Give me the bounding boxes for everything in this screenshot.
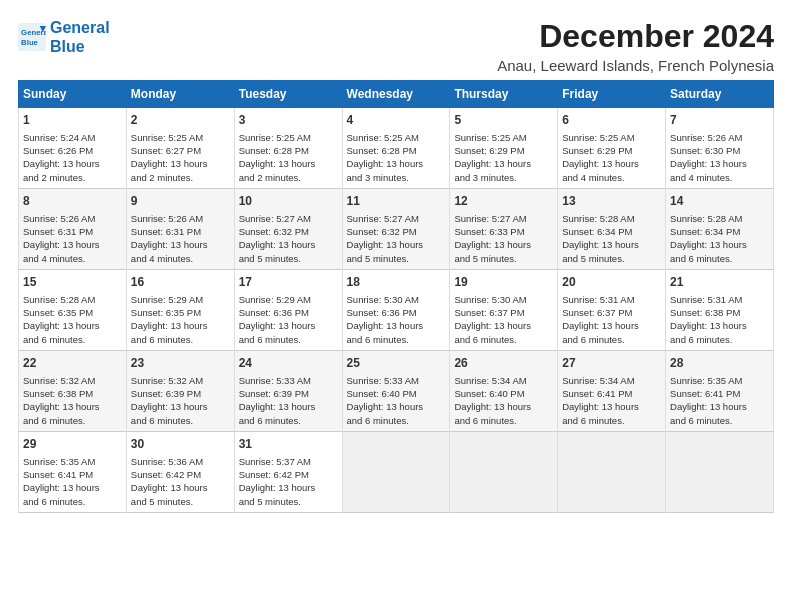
cell-line: Sunset: 6:28 PM [239, 144, 338, 157]
cell-line: Daylight: 13 hours [239, 481, 338, 494]
day-number: 18 [347, 274, 446, 291]
col-sunday: Sunday [19, 81, 127, 108]
cell-line: Daylight: 13 hours [562, 319, 661, 332]
cell-line: Sunset: 6:40 PM [454, 387, 553, 400]
calendar-cell: 5Sunrise: 5:25 AMSunset: 6:29 PMDaylight… [450, 108, 558, 189]
calendar-cell: 6Sunrise: 5:25 AMSunset: 6:29 PMDaylight… [558, 108, 666, 189]
cell-line: Sunrise: 5:30 AM [347, 293, 446, 306]
cell-line: Daylight: 13 hours [347, 400, 446, 413]
cell-line: Sunset: 6:30 PM [670, 144, 769, 157]
cell-line: Daylight: 13 hours [131, 238, 230, 251]
day-number: 29 [23, 436, 122, 453]
logo-line2: Blue [50, 38, 85, 55]
cell-line: Sunset: 6:40 PM [347, 387, 446, 400]
cell-line: Sunset: 6:38 PM [670, 306, 769, 319]
cell-line: Sunrise: 5:24 AM [23, 131, 122, 144]
calendar-body: 1Sunrise: 5:24 AMSunset: 6:26 PMDaylight… [19, 108, 774, 513]
cell-line: and 5 minutes. [239, 252, 338, 265]
logo-line1: General [50, 19, 110, 36]
calendar-week-3: 15Sunrise: 5:28 AMSunset: 6:35 PMDayligh… [19, 269, 774, 350]
cell-line: Daylight: 13 hours [562, 157, 661, 170]
cell-line: Sunrise: 5:31 AM [670, 293, 769, 306]
day-number: 8 [23, 193, 122, 210]
calendar-cell [666, 431, 774, 512]
col-monday: Monday [126, 81, 234, 108]
day-number: 27 [562, 355, 661, 372]
cell-line: and 2 minutes. [131, 171, 230, 184]
cell-line: Daylight: 13 hours [454, 319, 553, 332]
cell-line: Sunset: 6:42 PM [239, 468, 338, 481]
calendar-cell: 10Sunrise: 5:27 AMSunset: 6:32 PMDayligh… [234, 188, 342, 269]
day-number: 11 [347, 193, 446, 210]
cell-line: Daylight: 13 hours [23, 238, 122, 251]
day-number: 9 [131, 193, 230, 210]
header-row: Sunday Monday Tuesday Wednesday Thursday… [19, 81, 774, 108]
calendar-cell: 13Sunrise: 5:28 AMSunset: 6:34 PMDayligh… [558, 188, 666, 269]
cell-line: Sunset: 6:37 PM [454, 306, 553, 319]
cell-line: Daylight: 13 hours [454, 400, 553, 413]
cell-line: Sunrise: 5:30 AM [454, 293, 553, 306]
cell-line: Sunset: 6:35 PM [23, 306, 122, 319]
cell-line: Sunrise: 5:25 AM [562, 131, 661, 144]
cell-line: Daylight: 13 hours [670, 238, 769, 251]
cell-line: and 6 minutes. [23, 495, 122, 508]
cell-line: Sunrise: 5:37 AM [239, 455, 338, 468]
cell-line: and 5 minutes. [454, 252, 553, 265]
calendar-cell: 21Sunrise: 5:31 AMSunset: 6:38 PMDayligh… [666, 269, 774, 350]
cell-line: and 6 minutes. [562, 414, 661, 427]
calendar-cell: 4Sunrise: 5:25 AMSunset: 6:28 PMDaylight… [342, 108, 450, 189]
day-number: 16 [131, 274, 230, 291]
cell-line: and 6 minutes. [670, 252, 769, 265]
calendar-cell: 24Sunrise: 5:33 AMSunset: 6:39 PMDayligh… [234, 350, 342, 431]
cell-line: and 4 minutes. [131, 252, 230, 265]
cell-line: Sunset: 6:38 PM [23, 387, 122, 400]
col-thursday: Thursday [450, 81, 558, 108]
day-number: 30 [131, 436, 230, 453]
cell-line: Daylight: 13 hours [347, 319, 446, 332]
day-number: 26 [454, 355, 553, 372]
cell-line: Sunset: 6:36 PM [239, 306, 338, 319]
cell-line: and 6 minutes. [23, 333, 122, 346]
cell-line: Sunrise: 5:27 AM [347, 212, 446, 225]
cell-line: and 5 minutes. [239, 495, 338, 508]
cell-line: Sunrise: 5:27 AM [239, 212, 338, 225]
calendar-cell: 12Sunrise: 5:27 AMSunset: 6:33 PMDayligh… [450, 188, 558, 269]
calendar-week-4: 22Sunrise: 5:32 AMSunset: 6:38 PMDayligh… [19, 350, 774, 431]
cell-line: Daylight: 13 hours [239, 157, 338, 170]
calendar-cell: 11Sunrise: 5:27 AMSunset: 6:32 PMDayligh… [342, 188, 450, 269]
cell-line: Sunrise: 5:28 AM [23, 293, 122, 306]
col-tuesday: Tuesday [234, 81, 342, 108]
cell-line: Sunrise: 5:35 AM [670, 374, 769, 387]
calendar-cell: 1Sunrise: 5:24 AMSunset: 6:26 PMDaylight… [19, 108, 127, 189]
cell-line: Sunrise: 5:33 AM [239, 374, 338, 387]
calendar-cell: 20Sunrise: 5:31 AMSunset: 6:37 PMDayligh… [558, 269, 666, 350]
cell-line: Sunrise: 5:35 AM [23, 455, 122, 468]
cell-line: Sunrise: 5:26 AM [131, 212, 230, 225]
day-number: 13 [562, 193, 661, 210]
cell-line: and 6 minutes. [670, 414, 769, 427]
cell-line: Daylight: 13 hours [347, 238, 446, 251]
calendar-cell: 28Sunrise: 5:35 AMSunset: 6:41 PMDayligh… [666, 350, 774, 431]
day-number: 31 [239, 436, 338, 453]
day-number: 23 [131, 355, 230, 372]
day-number: 24 [239, 355, 338, 372]
cell-line: Sunset: 6:27 PM [131, 144, 230, 157]
cell-line: Sunset: 6:34 PM [562, 225, 661, 238]
day-number: 25 [347, 355, 446, 372]
main-title: December 2024 [497, 18, 774, 55]
cell-line: Sunset: 6:41 PM [670, 387, 769, 400]
cell-line: Daylight: 13 hours [454, 157, 553, 170]
calendar-cell: 14Sunrise: 5:28 AMSunset: 6:34 PMDayligh… [666, 188, 774, 269]
day-number: 19 [454, 274, 553, 291]
cell-line: Sunrise: 5:29 AM [131, 293, 230, 306]
col-friday: Friday [558, 81, 666, 108]
day-number: 28 [670, 355, 769, 372]
cell-line: Daylight: 13 hours [23, 481, 122, 494]
calendar-cell [450, 431, 558, 512]
calendar-cell: 30Sunrise: 5:36 AMSunset: 6:42 PMDayligh… [126, 431, 234, 512]
cell-line: and 6 minutes. [347, 333, 446, 346]
cell-line: Daylight: 13 hours [562, 400, 661, 413]
cell-line: Sunrise: 5:28 AM [670, 212, 769, 225]
col-wednesday: Wednesday [342, 81, 450, 108]
calendar-cell [342, 431, 450, 512]
